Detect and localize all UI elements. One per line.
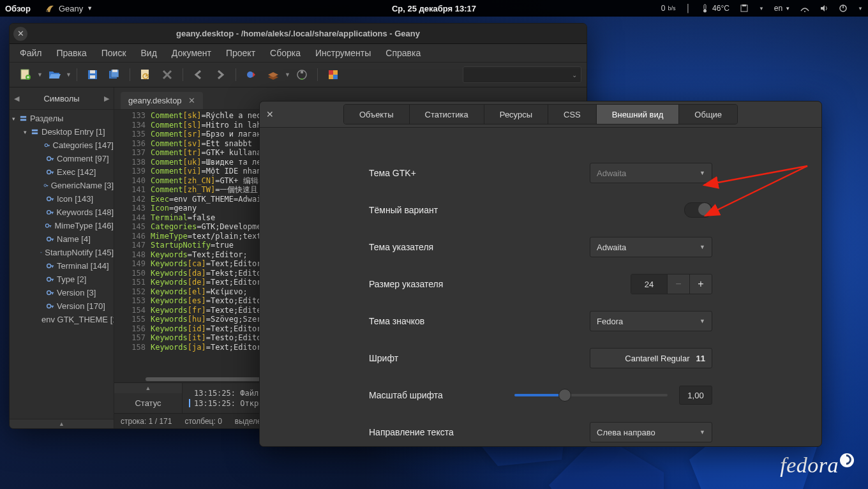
symbol-node[interactable]: Exec [142]: [10, 165, 114, 179]
menu-вид[interactable]: Вид: [140, 46, 158, 60]
svg-rect-14: [90, 70, 95, 73]
inspector-tabs[interactable]: ОбъектыСтатистикаРесурсыCSSВнешний видОб…: [343, 104, 738, 124]
save-all-button[interactable]: [107, 67, 122, 82]
svg-point-37: [47, 237, 51, 241]
chevron-down-icon: ▼: [700, 318, 705, 324]
row-text-direction: Направление текста Слева направо▼: [369, 414, 712, 446]
row-dark-variant: Тёмный вариант: [369, 192, 712, 229]
clipboard-dropdown-icon: ▼: [759, 6, 764, 11]
toolbar-search-field[interactable]: ⌄: [463, 66, 581, 83]
inspector-tab-2[interactable]: Ресурсы: [484, 105, 548, 124]
text-direction-label: Направление текста: [369, 427, 590, 437]
reload-button[interactable]: [138, 67, 153, 82]
symbol-node[interactable]: Version [3]: [10, 286, 114, 299]
inspector-tab-4[interactable]: Внешний вид: [597, 105, 680, 124]
keyboard-layout-indicator[interactable]: en ▼: [774, 4, 790, 13]
row-icon-theme: Тема значков Fedora▼: [369, 303, 712, 340]
symbol-node[interactable]: Categories [147]: [10, 139, 114, 152]
temperature-indicator[interactable]: 46°C: [701, 4, 730, 13]
svg-point-36: [46, 224, 49, 227]
inspector-headerbar[interactable]: ✕ ОбъектыСтатистикаРесурсыCSSВнешний вид…: [260, 102, 821, 128]
sidebar-tab-next[interactable]: ▶: [100, 94, 114, 103]
compile-button[interactable]: [244, 67, 259, 82]
inspector-tab-0[interactable]: Объекты: [344, 105, 410, 124]
svg-point-30: [45, 144, 47, 146]
symbol-node[interactable]: Version [170]: [10, 299, 114, 313]
inspector-tab-5[interactable]: Общие: [679, 105, 737, 124]
symbol-node[interactable]: Icon [143]: [10, 192, 114, 206]
menu-поиск[interactable]: Поиск: [100, 46, 128, 60]
symbol-node[interactable]: Keywords [148]: [10, 206, 114, 219]
file-tab-close-icon[interactable]: ✕: [188, 96, 195, 105]
text-direction-combo[interactable]: Слева направо▼: [590, 422, 712, 442]
network-speed-indicator: 0b/s: [661, 4, 676, 13]
symbol-node[interactable]: env GTK_THEME [142]: [10, 313, 114, 326]
build-button[interactable]: [266, 67, 281, 82]
new-file-dropdown-icon[interactable]: ▼: [36, 71, 43, 78]
inspector-tab-1[interactable]: Статистика: [410, 105, 484, 124]
menu-документ[interactable]: Документ: [170, 46, 213, 60]
spin-plus-button[interactable]: +: [689, 275, 712, 294]
symbol-node[interactable]: MimeType [146]: [10, 219, 114, 232]
close-file-button[interactable]: [160, 67, 175, 82]
volume-icon[interactable]: [819, 4, 828, 13]
nav-forward-button[interactable]: [213, 67, 228, 82]
dark-variant-switch[interactable]: [684, 202, 712, 218]
inspector-close-button[interactable]: ✕: [260, 109, 280, 119]
symbol-node[interactable]: GenericName [3]: [10, 179, 114, 192]
run-button[interactable]: [294, 67, 310, 82]
symbol-tree[interactable]: ▾Разделы▾Desktop Entry [1]Categories [14…: [10, 110, 114, 419]
msg-tab-status[interactable]: Статус: [114, 393, 182, 413]
window-close-button[interactable]: ✕: [13, 27, 27, 41]
msg-tab-scroll-up[interactable]: ▲: [114, 383, 182, 393]
svg-point-42: [47, 305, 51, 308]
menu-файл[interactable]: Файл: [19, 46, 43, 60]
app-menu-label: Geany: [59, 4, 83, 13]
icon-theme-combo[interactable]: Fedora▼: [590, 311, 712, 331]
geany-menubar[interactable]: ФайлПравкаПоискВидДокументПроектСборкаИн…: [10, 44, 587, 63]
status-col: столбец: 0: [184, 417, 221, 426]
cursor-size-spin[interactable]: 24 − +: [631, 274, 712, 294]
sidebar-scroll-up[interactable]: ▲: [10, 419, 114, 428]
chevron-down-icon: ▼: [700, 244, 705, 250]
build-dropdown-icon[interactable]: ▼: [284, 71, 291, 78]
nav-back-button[interactable]: [191, 67, 206, 82]
open-file-button[interactable]: [47, 67, 62, 82]
menu-инструменты[interactable]: Инструменты: [314, 46, 372, 60]
spin-minus-button[interactable]: −: [667, 275, 689, 294]
menu-справка[interactable]: Справка: [384, 46, 422, 60]
symbol-node[interactable]: Name [4]: [10, 232, 114, 246]
menu-проект[interactable]: Проект: [225, 46, 257, 60]
geany-titlebar[interactable]: ✕ geany.desktop - /home/aleks/.local/sha…: [10, 24, 587, 44]
symbol-node[interactable]: ▾Разделы: [10, 112, 114, 125]
svg-rect-7: [742, 4, 746, 6]
row-gtk-theme: Тема GTK+ Adwaita▼: [369, 154, 712, 192]
cursor-size-value[interactable]: 24: [631, 275, 667, 294]
network-icon[interactable]: [800, 4, 809, 13]
sidebar-tab-prev[interactable]: ◀: [10, 94, 24, 103]
clipboard-indicator-icon[interactable]: [740, 4, 749, 13]
symbol-node[interactable]: Type [2]: [10, 273, 114, 286]
inspector-tab-3[interactable]: CSS: [548, 105, 597, 124]
symbol-node[interactable]: Terminal [144]: [10, 259, 114, 273]
font-chooser-button[interactable]: Cantarell Regular11: [590, 348, 712, 368]
open-file-dropdown-icon[interactable]: ▼: [65, 71, 72, 78]
save-button[interactable]: [85, 67, 100, 82]
font-scale-label: Масштаб шрифта: [369, 390, 514, 400]
color-chooser-button[interactable]: [326, 67, 341, 82]
cursor-theme-combo[interactable]: Adwaita▼: [590, 237, 712, 257]
font-scale-value[interactable]: 1,00: [679, 386, 712, 405]
menu-сборка[interactable]: Сборка: [269, 46, 302, 60]
app-menu[interactable]: Geany ▼: [45, 3, 93, 13]
activities-button[interactable]: Обзор: [5, 4, 31, 13]
symbol-node[interactable]: Comment [97]: [10, 152, 114, 165]
font-scale-slider[interactable]: [514, 394, 668, 396]
file-tab-geany-desktop[interactable]: geany.desktop✕: [121, 92, 203, 109]
power-icon[interactable]: [839, 4, 848, 13]
symbol-node[interactable]: StartupNotify [145]: [10, 246, 114, 259]
new-file-button[interactable]: [18, 67, 33, 82]
symbol-node[interactable]: ▾Desktop Entry [1]: [10, 125, 114, 139]
menu-правка[interactable]: Правка: [55, 46, 87, 60]
gtk-theme-combo[interactable]: Adwaita▼: [590, 163, 712, 183]
sidebar-tab-symbols[interactable]: Символы: [24, 89, 100, 109]
